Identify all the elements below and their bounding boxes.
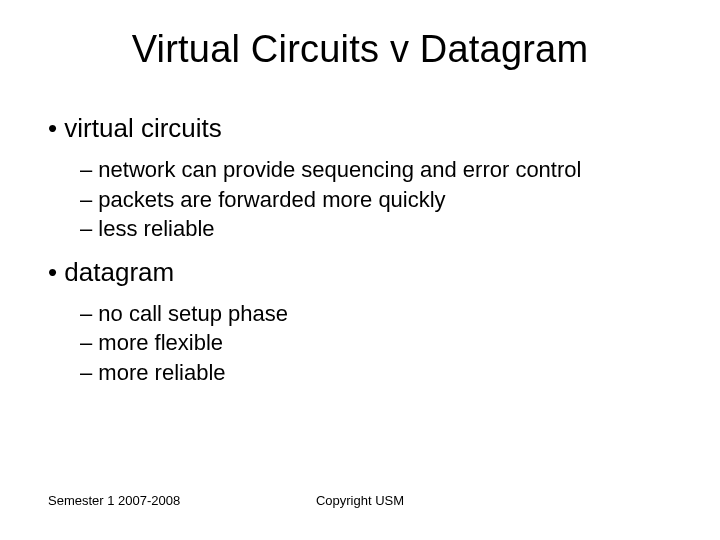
slide-title: Virtual Circuits v Datagram (48, 28, 672, 71)
sub-bullet-item: packets are forwarded more quickly (80, 186, 672, 214)
sub-bullet-item: more reliable (80, 359, 672, 387)
slide: Virtual Circuits v Datagram virtual circ… (0, 0, 720, 540)
sub-bullet-item: no call setup phase (80, 300, 672, 328)
sub-bullet-item: network can provide sequencing and error… (80, 156, 672, 184)
sub-bullet-item: more flexible (80, 329, 672, 357)
sub-bullet-item: less reliable (80, 215, 672, 243)
bullet-label: virtual circuits (64, 113, 221, 143)
bullet-item: virtual circuits network can provide seq… (48, 113, 672, 243)
footer-center: Copyright USM (316, 493, 404, 508)
sub-bullet-list: network can provide sequencing and error… (48, 156, 672, 243)
footer-left: Semester 1 2007-2008 (48, 493, 180, 508)
bullet-list: virtual circuits network can provide seq… (48, 113, 672, 386)
bullet-label: datagram (64, 257, 174, 287)
footer: Semester 1 2007-2008 Copyright USM (48, 493, 672, 508)
bullet-item: datagram no call setup phase more flexib… (48, 257, 672, 387)
sub-bullet-list: no call setup phase more flexible more r… (48, 300, 672, 387)
